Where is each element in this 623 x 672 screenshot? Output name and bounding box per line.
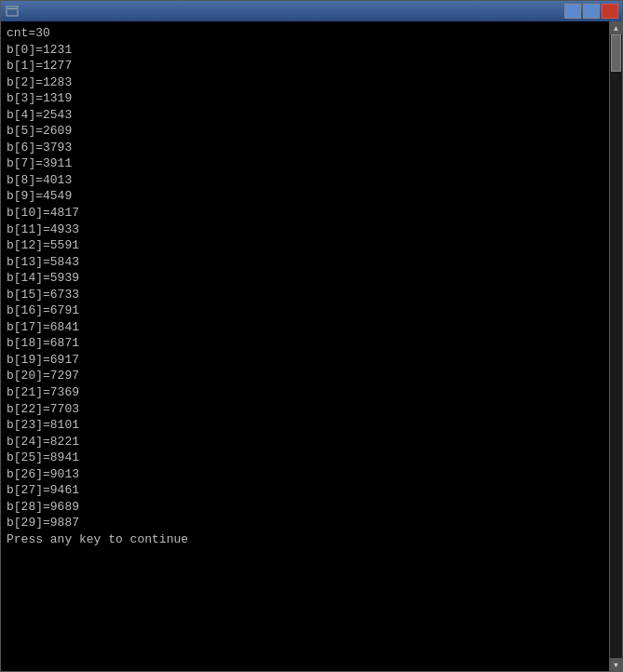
svg-rect-1 (7, 8, 17, 9)
restore-button[interactable] (583, 4, 600, 19)
console-output: cnt=30 b[0]=1231 b[1]=1277 b[2]=1283 b[3… (1, 21, 609, 671)
window: cnt=30 b[0]=1231 b[1]=1277 b[2]=1283 b[3… (0, 0, 623, 672)
content-area: cnt=30 b[0]=1231 b[1]=1277 b[2]=1283 b[3… (1, 21, 622, 671)
scrollbar-thumb[interactable] (611, 34, 621, 72)
scrollbar[interactable]: ▲ ▼ (609, 21, 622, 671)
svg-rect-0 (7, 7, 18, 16)
scrollbar-track (610, 34, 622, 658)
scroll-down-button[interactable]: ▼ (610, 658, 623, 671)
app-icon (5, 4, 20, 19)
window-controls (564, 4, 618, 19)
titlebar (1, 1, 622, 21)
minimize-button[interactable] (564, 4, 581, 19)
close-button[interactable] (602, 4, 618, 19)
scroll-up-button[interactable]: ▲ (610, 21, 623, 34)
